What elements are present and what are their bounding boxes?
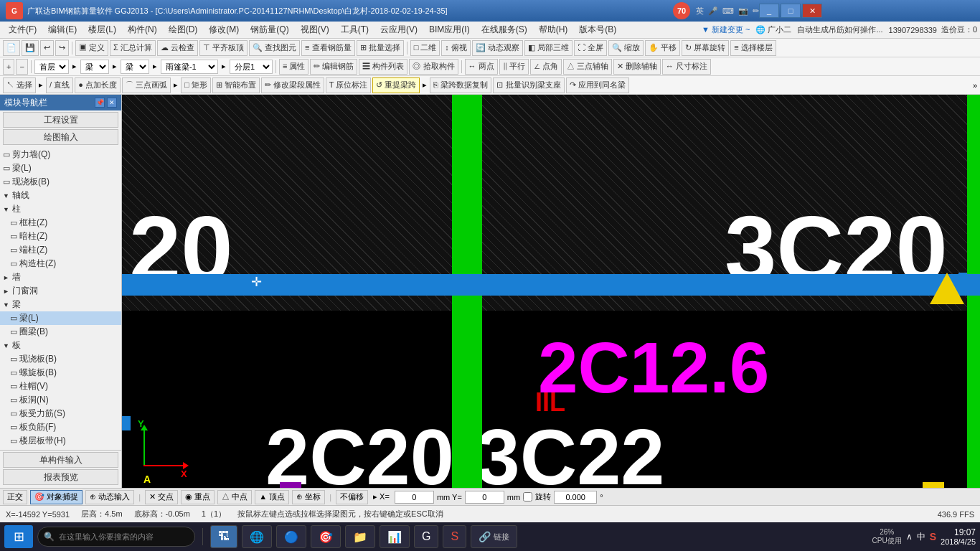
taskbar-app-browser[interactable]: 🌐 xyxy=(242,525,272,548)
normal-btn[interactable]: 正交 xyxy=(3,490,27,504)
panel-controls[interactable]: 📌 ✕ xyxy=(95,98,117,108)
menu-edit[interactable]: 编辑(E) xyxy=(42,22,83,37)
zoom-btn[interactable]: 🔍 缩放 xyxy=(608,40,644,56)
screen-rotate-btn[interactable]: ↻ 屏幕旋转 xyxy=(682,40,729,56)
batch-id-support-btn[interactable]: ⊡ 批量识别梁支座 xyxy=(493,77,564,93)
menu-file[interactable]: 文件(F) xyxy=(3,22,42,37)
apply-same-name-btn[interactable]: ↷ 应用到同名梁 xyxy=(566,77,629,93)
tray-arrow-up[interactable]: ∧ xyxy=(906,532,913,542)
tree-dark-col[interactable]: ▭ 暗柱(Z) xyxy=(0,230,121,243)
single-elem-btn[interactable]: 单构件输入 xyxy=(3,452,118,468)
canvas-area[interactable]: 20 3C20 2C12.6 IIL 2C20/3C22 X Y A xyxy=(122,95,980,488)
menu-help[interactable]: 帮助(H) xyxy=(533,22,574,37)
menu-floor[interactable]: 楼层(L) xyxy=(83,22,122,37)
menu-online[interactable]: 在线服务(S) xyxy=(476,22,533,37)
two-point-btn[interactable]: ↔ 两点 xyxy=(465,59,498,75)
tree-cast-slab2[interactable]: ▭ 现浇板(B) xyxy=(0,352,121,366)
start-button[interactable]: ⊞ xyxy=(4,525,33,548)
menu-element[interactable]: 构件(N) xyxy=(122,22,163,37)
minus-icon-btn[interactable]: − xyxy=(16,59,27,75)
no-offset-btn[interactable]: 不偏移 xyxy=(336,490,368,504)
tree-door-win[interactable]: ► 门窗洞 xyxy=(0,284,121,298)
arc-btn[interactable]: ⌒ 三点画弧 xyxy=(122,77,171,93)
elem-list-btn[interactable]: ☰ 构件列表 xyxy=(359,59,407,75)
rain-cover-selector[interactable]: 雨篷梁-1 xyxy=(161,60,218,74)
three-point-axis-btn[interactable]: △ 三点辅轴 xyxy=(563,59,612,75)
tree-ring-beam[interactable]: ▭ 圈梁(B) xyxy=(0,325,121,339)
close-button[interactable]: ✕ xyxy=(802,4,822,18)
tree-slab[interactable]: ▼ 板 xyxy=(0,339,121,352)
menu-rebar[interactable]: 钢筋量(Q) xyxy=(245,22,294,37)
rotate-checkbox[interactable] xyxy=(523,492,532,501)
span-data-copy-btn[interactable]: ⎘ 梁跨数据复制 xyxy=(430,77,491,93)
elem-type-selector[interactable]: 梁 xyxy=(80,60,109,74)
menu-view[interactable]: 视图(V) xyxy=(295,22,335,37)
2d-btn[interactable]: □ 二维 xyxy=(410,40,440,56)
midpoint-btn[interactable]: ◉ 重点 xyxy=(181,490,215,504)
line-btn[interactable]: / 直线 xyxy=(46,77,73,93)
tree-beam-group[interactable]: ▼ 梁 xyxy=(0,298,121,311)
coord-btn[interactable]: ⊕ 坐标 xyxy=(292,490,325,504)
rect-btn[interactable]: □ 矩形 xyxy=(181,77,211,93)
select-floor-btn[interactable]: ≡ 选择楼层 xyxy=(730,40,776,56)
sum-btn[interactable]: Σ 汇总计算 xyxy=(110,40,156,56)
snap-btn[interactable]: 🎯 对象捕捉 xyxy=(30,490,83,504)
layer-selector[interactable]: 分层1 xyxy=(230,60,273,74)
taskbar-app-folder[interactable]: 📁 xyxy=(345,525,375,548)
pan-btn[interactable]: ✋ 平移 xyxy=(645,40,680,56)
tree-frame-col[interactable]: ▭ 框柱(Z) xyxy=(0,216,121,230)
mid-btn[interactable]: △ 中点 xyxy=(217,490,252,504)
tree-axis[interactable]: ▼ 轴线 xyxy=(0,189,121,202)
window-controls[interactable]: _ □ ✕ xyxy=(759,4,822,18)
cloud-check-btn[interactable]: ☁ 云检查 xyxy=(157,40,198,56)
new-change-btn[interactable]: ▼ 新建变更 ~ xyxy=(702,24,750,35)
menu-tools[interactable]: 工具(T) xyxy=(335,22,374,37)
menu-cloud[interactable]: 云应用(V) xyxy=(374,22,423,37)
smart-layout-btn[interactable]: ⊞ 智能布置 xyxy=(212,77,260,93)
tree-end-col[interactable]: ▭ 端柱(Z) xyxy=(0,243,121,257)
beam-type-selector[interactable]: 梁 xyxy=(121,60,149,74)
tree-floor-belt[interactable]: ▭ 楼层板带(H) xyxy=(0,434,121,448)
tree-column[interactable]: ▼ 柱 xyxy=(0,202,121,216)
maximize-button[interactable]: □ xyxy=(781,4,801,18)
taskbar-app-chrome[interactable]: 🎯 xyxy=(311,525,341,548)
toolbar-expand-btn[interactable]: » xyxy=(973,81,977,90)
edit-rebar-btn[interactable]: ✏ 编辑钢筋 xyxy=(310,59,357,75)
vertex-btn[interactable]: ▲ 顶点 xyxy=(255,490,289,504)
tree-col-cap[interactable]: ▭ 柱帽(V) xyxy=(0,380,121,393)
point-angle-btn[interactable]: ∠ 点角 xyxy=(530,59,562,75)
rotate-input[interactable] xyxy=(554,491,597,504)
modify-beam-seg-btn[interactable]: ✏ 修改梁段属性 xyxy=(261,77,324,93)
taskbar-app-gjd[interactable]: 🏗 xyxy=(210,525,237,548)
fullscreen-btn[interactable]: ⛶ 全屏 xyxy=(574,40,607,56)
dynamic-obs-btn[interactable]: 🔄 动态观察 xyxy=(472,40,523,56)
menu-version[interactable]: 版本号(B) xyxy=(573,22,622,37)
taskbar-app-g[interactable]: G xyxy=(414,525,438,548)
tree-slab-hole[interactable]: ▭ 板洞(N) xyxy=(0,393,121,407)
toolbar-new[interactable]: 📄 xyxy=(3,40,20,56)
tree-beam-top[interactable]: ▭ 梁(L) xyxy=(0,161,121,175)
taskbar-app-gjd2[interactable]: 📊 xyxy=(380,525,410,548)
tree-neg-rebar[interactable]: ▭ 板负筋(F) xyxy=(0,420,121,434)
tree-slab-rebar[interactable]: ▭ 板受力筋(S) xyxy=(0,407,121,420)
parallel-btn[interactable]: ∥ 平行 xyxy=(499,59,529,75)
taskbar-app-connect[interactable]: 🔗 链接 xyxy=(471,525,517,548)
top-view-btn[interactable]: ↕ 俯视 xyxy=(441,40,471,56)
report-preview-btn[interactable]: 报表预览 xyxy=(3,469,118,485)
tree-wall[interactable]: ► 墙 xyxy=(0,270,121,284)
menu-draw[interactable]: 绘图(D) xyxy=(163,22,204,37)
x-coord-input[interactable] xyxy=(395,491,434,504)
panel-close-btn[interactable]: ✕ xyxy=(107,98,117,108)
pick-elem-btn[interactable]: ◎ 拾取构件 xyxy=(409,59,458,75)
taskbar-app-edge[interactable]: 🔵 xyxy=(276,525,306,548)
tree-beam-l[interactable]: ▭ 梁(L) xyxy=(0,311,121,325)
del-axis-btn[interactable]: ✕ 删除辅轴 xyxy=(613,59,661,75)
menu-modify[interactable]: 修改(M) xyxy=(203,22,245,37)
minimize-button[interactable]: _ xyxy=(759,4,779,18)
re-extract-span-btn[interactable]: ↺ 重提梁跨 xyxy=(372,77,420,93)
in-place-label-btn[interactable]: T 原位标注 xyxy=(326,77,372,93)
toolbar-undo[interactable]: ↩ xyxy=(40,40,54,56)
tree-shear-wall[interactable]: ▭ 剪力墙(Q) xyxy=(0,148,121,161)
point-length-btn[interactable]: ● 点加长度 xyxy=(75,77,121,93)
intersection-btn[interactable]: ✕ 交点 xyxy=(145,490,178,504)
